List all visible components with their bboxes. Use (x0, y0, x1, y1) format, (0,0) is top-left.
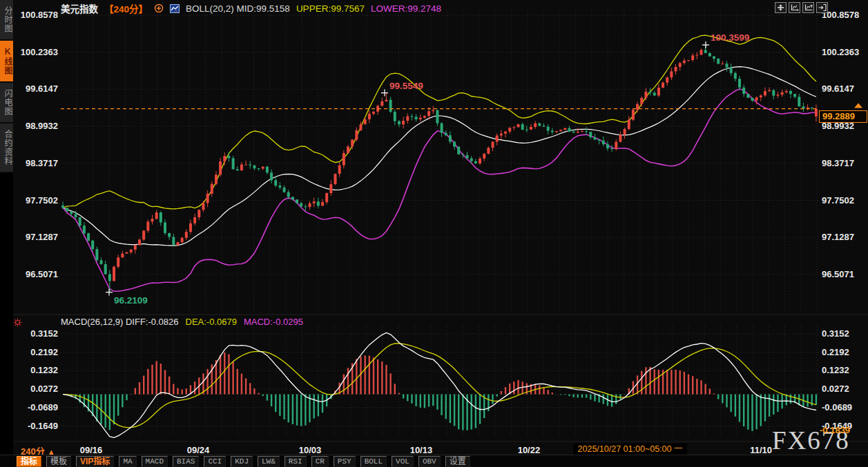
price-tick-right: 97.1287 (822, 232, 854, 242)
macd-tick-left: 0.2192 (14, 348, 58, 357)
chart-type-sidebar: 分时图K线图闪电图合约资料 (0, 0, 13, 467)
toolbar-button-RSI[interactable]: RSI (284, 456, 307, 467)
price-tick-left: 96.5071 (14, 270, 58, 279)
macd-params-and-diff: MACD(26,12,9) DIFF:-0.0826 (61, 317, 179, 327)
toolbar-button-VIP指标[interactable]: VIP指标 (76, 456, 114, 467)
trading-app-window: 99.5549100.359996.2109 FX678 分时图K线图闪电图合约… (0, 0, 868, 467)
price-tick-left: 98.3717 (14, 159, 58, 168)
price-tick-left: 100.2363 (14, 48, 58, 57)
indicator-toolbar-row: 指标模板VIP指标MAMACDBIASCCIKDJLW&RSICRPSYBOLL… (0, 455, 868, 467)
sidebar-tab-3[interactable]: 闪电图 (0, 83, 13, 123)
price-tick-right: 97.7502 (822, 196, 854, 206)
date-tick-label: 10/13 (410, 445, 433, 455)
price-tick-right: 100.2363 (822, 48, 859, 57)
price-tick-left: 98.9932 (14, 121, 58, 131)
date-tick-label: 10/03 (299, 445, 322, 455)
date-tick-label: 11/10 (750, 445, 772, 455)
chart-header: 美元指数 【240分】 BOLL(20,2) MID:99.5158 UPPER… (61, 2, 441, 14)
macd-tick-left: -0.0689 (14, 403, 58, 413)
indicator-toolbar: 指标模板VIP指标MAMACDBIASCCIKDJLW&RSICRPSYBOLL… (17, 455, 470, 467)
toolbar-button-KDJ[interactable]: KDJ (231, 456, 253, 467)
macd-dea-value: DEA:-0.0679 (186, 317, 237, 327)
price-tick-right: 99.6147 (822, 84, 854, 94)
toolbar-button-CR[interactable]: CR (311, 456, 329, 467)
date-tick-label: 10/22 (518, 445, 541, 455)
current-price-box: 99.2889 (819, 110, 867, 123)
toolbar-button-MACD[interactable]: MACD (142, 456, 168, 467)
macd-tick-left: 0.1232 (14, 366, 58, 375)
price-tick-left: 97.1287 (14, 232, 58, 242)
add-indicator-icon[interactable] (154, 3, 164, 13)
symbol-title: 美元指数 (61, 1, 98, 15)
toolbar-button-指标[interactable]: 指标 (17, 456, 41, 467)
macd-macd-value: MACD:-0.0295 (244, 317, 303, 327)
toolbar-button-OBV[interactable]: OBV (418, 456, 441, 467)
toolbar-button-CCI[interactable]: CCI (204, 456, 226, 467)
price-tick-left: 100.8578 (14, 10, 58, 20)
crosshair-datetime-label: 2025/10/27 01:00~05:00 一 (573, 444, 687, 455)
price-tick-left: 97.7502 (14, 196, 58, 206)
macd-tick-left: 0.0272 (14, 384, 58, 394)
price-tick-right: 98.3717 (822, 159, 854, 168)
toolbar-button-BIAS[interactable]: BIAS (173, 456, 199, 467)
toolbar-button-PSY[interactable]: PSY (334, 456, 356, 467)
macd-tick-right: 0.2192 (822, 348, 849, 357)
price-tick-right: 98.9932 (822, 121, 854, 131)
boll-mid-value: BOLL(20,2) MID:99.5158 (186, 3, 290, 14)
macd-settings-icon[interactable] (13, 317, 22, 330)
scale-y-axis-button[interactable] (802, 2, 814, 13)
date-tick-label: 09/16 (80, 445, 103, 455)
macd-tick-right: 0.1232 (822, 366, 849, 375)
macd-tick-left: 0.3152 (14, 329, 58, 339)
sidebar-tab-1[interactable]: 分时图 (0, 0, 13, 41)
macd-header: MACD(26,12,9) DIFF:-0.0826 DEA:-0.0679 M… (61, 316, 303, 327)
macd-tick-right: -0.0689 (822, 403, 852, 413)
sidebar-tab-4[interactable]: 合约资料 (0, 123, 13, 173)
window-controls (775, 2, 828, 13)
svg-text:96.2109: 96.2109 (114, 295, 148, 306)
price-tick-left: 99.6147 (14, 84, 58, 94)
move-tool-button[interactable] (775, 2, 787, 13)
boll-upper-value: UPPER:99.7567 (296, 3, 365, 14)
sidebar-tab-2[interactable]: K线图 (0, 41, 13, 83)
period-tag: 【240分】 (104, 1, 148, 15)
toolbar-button-BOLL[interactable]: BOLL (360, 456, 387, 467)
macd-current-marker: -0.1839 (820, 425, 850, 435)
scale-x-axis-button[interactable] (789, 2, 800, 13)
toolbar-button-VOL[interactable]: VOL (392, 456, 414, 467)
chart-style-icon[interactable] (170, 4, 180, 13)
macd-tick-right: 0.0272 (822, 384, 849, 394)
date-tick-label: 09/24 (187, 445, 210, 455)
chart-canvas[interactable]: 99.5549100.359996.2109 (0, 0, 868, 467)
svg-text:99.5549: 99.5549 (389, 81, 423, 91)
toolbar-button-模板[interactable]: 模板 (46, 456, 71, 467)
toolbar-button-MA[interactable]: MA (119, 456, 136, 467)
svg-text:100.3599: 100.3599 (711, 32, 749, 43)
toolbar-button-设置[interactable]: 设置 (445, 456, 470, 467)
price-tick-right: 96.5071 (822, 270, 854, 279)
macd-tick-left: -0.1649 (14, 421, 58, 431)
macd-tick-right: 0.3152 (822, 329, 849, 339)
exit-chart-button[interactable] (816, 2, 828, 13)
toolbar-button-LW&[interactable]: LW& (258, 456, 280, 467)
boll-lower-value: LOWER:99.2748 (371, 3, 441, 14)
